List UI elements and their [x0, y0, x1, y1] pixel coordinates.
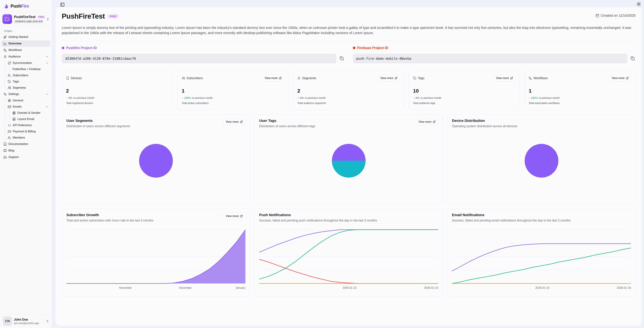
sidebar-item-payment-billing[interactable]: Payment & Billing: [6, 128, 50, 135]
x-axis-label: December: [179, 286, 192, 289]
panel-title: Push Notifications: [259, 213, 377, 217]
panel-subtitle: Total and active subscribers with churn …: [66, 219, 154, 222]
calendar-icon: [596, 14, 599, 17]
tag-icon: [413, 77, 416, 80]
sidebar: PushFire PushFireTest FREE d530647d-a286…: [0, 0, 52, 328]
layout-icon: [12, 118, 16, 121]
user-name: John Doe: [14, 318, 39, 321]
copy-icon: [630, 56, 635, 60]
chevron-down-icon: [46, 93, 48, 96]
external-link-icon: [626, 77, 629, 80]
syncronization-subnav: Flutterflow + Firebase: [9, 66, 50, 72]
users-icon: [8, 86, 11, 90]
sidebar-item-support[interactable]: Support: [2, 154, 50, 160]
sidebar-item-overview[interactable]: Overview: [2, 40, 50, 47]
project-id-pill: d530647d-a286-4120-870e-31081…: [14, 20, 43, 23]
push-notifications-panel: Push Notifications Success, failed and p…: [254, 209, 443, 297]
sync-icon: [8, 62, 11, 65]
stat-caption: Total audience tags: [413, 102, 516, 105]
sidebar-item-tags[interactable]: Tags: [6, 79, 50, 85]
x-axis-label: 2026-01-15: [535, 286, 550, 289]
stat-change: −0%vs previous month: [297, 96, 400, 99]
nav-section-label: Project: [2, 27, 50, 34]
view-more-workflows-button[interactable]: View more: [609, 75, 631, 81]
x-axis-label: November: [119, 286, 132, 289]
sidebar-item-segments[interactable]: Segments: [6, 85, 50, 91]
x-axis-label: 2026-01-15: [342, 286, 357, 289]
x-axis: 2026-01-152026-01-16: [259, 286, 438, 291]
created-date: Created on 11/14/2025: [596, 14, 636, 18]
sidebar-item-workflows[interactable]: Workflows: [2, 47, 50, 53]
stat-change: −0%vs previous month: [66, 96, 169, 99]
workflow-icon: [4, 49, 7, 52]
panel-title: Email Notifications: [452, 213, 570, 217]
user-segments-pie-chart: [139, 144, 173, 178]
audience-subnav: Syncronization Flutterflow + Firebase Su…: [5, 60, 50, 91]
view-more-subscriber-growth-button[interactable]: View more: [223, 213, 246, 219]
sidebar-item-audience[interactable]: Audience: [2, 53, 50, 60]
project-selector[interactable]: PushFireTest FREE d530647d-a286-4120-870…: [0, 13, 52, 26]
user-menu[interactable]: CN John Doe john.doe@pushfire.app: [0, 314, 52, 328]
pushfire-project-id-label: Pushfire Project ID: [62, 46, 344, 50]
code-icon: [8, 124, 11, 127]
stat-caption: Total registered devices: [66, 102, 169, 105]
sidebar-item-general[interactable]: General: [6, 97, 50, 104]
book-open-icon: [4, 149, 7, 152]
x-axis-label: 2026-01-16: [424, 286, 438, 289]
x-axis-label: 2026-01-16: [617, 286, 631, 289]
sidebar-item-domain-sender[interactable]: Domain & Sender: [10, 110, 50, 116]
flame-icon: [4, 4, 9, 9]
view-more-user-tags-button[interactable]: View more: [416, 119, 438, 125]
project-avatar: [2, 14, 12, 24]
smartphone-icon: [66, 77, 69, 80]
plan-badge: FREE: [107, 14, 119, 19]
view-more-user-segments-button[interactable]: View more: [223, 119, 246, 125]
sidebar-item-emails[interactable]: Emails: [6, 104, 50, 110]
globe-icon: [12, 111, 16, 115]
stat-value: 2: [66, 88, 169, 94]
user-icon: [4, 55, 7, 58]
sidebar-item-layout-email[interactable]: Layout Email: [10, 116, 50, 122]
avatar: CN: [3, 316, 12, 326]
push-notifications-chart: 2026-01-152026-01-16: [259, 228, 438, 291]
chart-svg: [259, 228, 438, 285]
chevrons-up-down-icon: [46, 319, 49, 323]
sidebar-item-subscribers[interactable]: Subscribers: [6, 72, 50, 79]
panel-subtitle: Success, failed and pending push notific…: [259, 219, 377, 222]
sidebar-item-syncronization[interactable]: Syncronization: [6, 60, 50, 66]
settings-subnav: General Emails Domain & Sender Layout Em…: [5, 97, 50, 141]
panel-title: User Segments: [66, 119, 130, 123]
panel-subtitle: Distribution of users across different t…: [259, 124, 315, 128]
copy-pushfire-id-button[interactable]: [339, 56, 344, 62]
stat-change: −0%vs previous month: [413, 96, 516, 99]
theme-toggle-button[interactable]: [636, 2, 642, 7]
sidebar-item-api-reference[interactable]: API Reference: [6, 122, 50, 128]
sidebar-item-documentation[interactable]: Documentation: [2, 141, 50, 147]
stat-card-workflows: Workflows View more 1 ↑100%vs previous m…: [524, 71, 636, 110]
chevrons-up-down-icon: [46, 18, 49, 21]
emails-subnav: Domain & Sender Layout Email: [9, 110, 50, 122]
stat-card-segments: Segments View more 2 −0%vs previous mont…: [293, 71, 404, 110]
panel-title: Device Distribution: [452, 119, 517, 123]
sidebar-item-settings[interactable]: Settings: [2, 91, 50, 97]
gear-icon: [8, 99, 11, 102]
sidebar-item-flutterflow-firebase[interactable]: Flutterflow + Firebase: [10, 66, 50, 72]
orange-dot-icon: [353, 47, 356, 49]
view-more-segments-button[interactable]: View more: [378, 75, 400, 81]
email-notifications-panel: Email Notifications Success, failed and …: [447, 209, 636, 297]
firebase-project-id-value: push-fire-demo-mobile-08wvba: [353, 54, 628, 63]
sidebar-item-blog[interactable]: Blog: [2, 147, 50, 154]
view-more-tags-button[interactable]: View more: [493, 75, 516, 81]
divider: [62, 41, 636, 41]
sidebar-item-getting-started[interactable]: Getting Started: [2, 34, 50, 40]
sidebar-item-members[interactable]: Members: [6, 135, 50, 141]
line-chart-icon: [4, 42, 7, 45]
stat-caption: Total audience segments: [297, 102, 400, 105]
user-segments-panel: User Segments Distribution of users acro…: [62, 115, 250, 204]
email-notifications-chart: 2026-01-152026-01-16: [452, 228, 631, 291]
view-more-subscribers-button[interactable]: View more: [262, 75, 284, 81]
user-icon: [297, 77, 300, 80]
external-link-icon: [240, 120, 243, 123]
device-distribution-pie-chart: [525, 144, 558, 178]
copy-firebase-id-button[interactable]: [630, 56, 636, 62]
